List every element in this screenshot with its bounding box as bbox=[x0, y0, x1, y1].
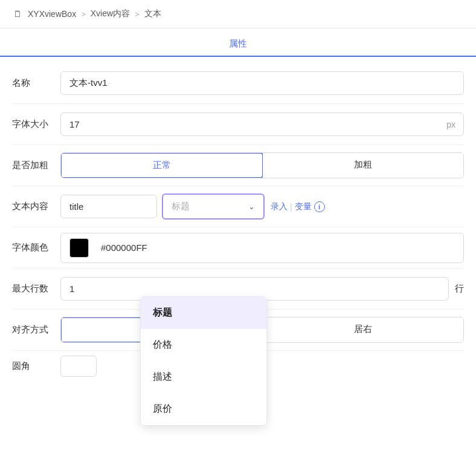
content-dropdown[interactable]: 标题 ⌄ bbox=[162, 194, 265, 220]
bold-option-bold[interactable]: 加粗 bbox=[263, 153, 463, 178]
maxlines-label: 最大行数 bbox=[12, 283, 60, 294]
color-wrapper[interactable]: #000000FF bbox=[60, 233, 464, 263]
info-icon[interactable]: i bbox=[314, 201, 325, 212]
dropdown-menu: 标题 价格 描述 原价 bbox=[140, 296, 267, 426]
dropdown-item-2[interactable]: 描述 bbox=[141, 361, 266, 393]
fontsize-label: 字体大小 bbox=[12, 119, 60, 130]
content-label: 文本内容 bbox=[12, 201, 60, 212]
align-right[interactable]: 居右 bbox=[263, 317, 463, 342]
file-icon: 🗒 bbox=[12, 8, 23, 19]
dropdown-item-0[interactable]: 标题 bbox=[141, 297, 266, 329]
dropdown-item-3[interactable]: 原价 bbox=[141, 393, 266, 425]
separator: | bbox=[290, 202, 292, 212]
name-control bbox=[60, 71, 464, 95]
color-value: #000000FF bbox=[101, 242, 147, 253]
variable-link[interactable]: 变量 bbox=[295, 201, 312, 212]
form-row-fontsize: 字体大小 px bbox=[12, 104, 464, 145]
bold-option-normal[interactable]: 正常 bbox=[60, 152, 263, 178]
dropdown-placeholder: 标题 bbox=[172, 201, 190, 212]
dropdown-item-1[interactable]: 价格 bbox=[141, 329, 266, 361]
breadcrumb-sep-1: > bbox=[81, 10, 86, 19]
record-link[interactable]: 录入 bbox=[271, 201, 288, 212]
fontsize-input[interactable] bbox=[60, 112, 464, 136]
fontsize-unit: px bbox=[446, 120, 455, 129]
color-control: #000000FF bbox=[60, 233, 464, 263]
color-swatch[interactable] bbox=[69, 238, 89, 258]
form-row-content: 文本内容 标题 ⌄ 录入 | 变量 i bbox=[12, 186, 464, 227]
form-row-name: 名称 bbox=[12, 63, 464, 104]
color-label: 字体颜色 bbox=[12, 242, 60, 253]
content-input[interactable] bbox=[60, 195, 157, 218]
radius-label: 圆角 bbox=[12, 360, 60, 372]
tab-bar: 属性 bbox=[0, 28, 476, 57]
breadcrumb-item-2[interactable]: Xview内容 bbox=[91, 8, 130, 19]
align-label: 对齐方式 bbox=[12, 324, 60, 336]
breadcrumb: 🗒 XYXviewBox > Xview内容 > 文本 bbox=[0, 0, 476, 28]
breadcrumb-item-1[interactable]: XYXviewBox bbox=[28, 9, 76, 19]
link-actions: 录入 | 变量 i bbox=[271, 201, 325, 212]
content-control: 标题 ⌄ 录入 | 变量 i bbox=[60, 194, 464, 220]
fontsize-control: px bbox=[60, 112, 464, 136]
name-label: 名称 bbox=[12, 77, 60, 89]
bold-toggle-group: 正常 加粗 bbox=[60, 152, 464, 178]
radius-input[interactable] bbox=[60, 356, 97, 377]
tab-properties[interactable]: 属性 bbox=[217, 34, 259, 56]
name-input[interactable] bbox=[60, 71, 464, 95]
maxlines-unit: 行 bbox=[455, 283, 464, 294]
bold-label: 是否加粗 bbox=[12, 160, 60, 171]
form-row-bold: 是否加粗 正常 加粗 bbox=[12, 145, 464, 186]
breadcrumb-item-3[interactable]: 文本 bbox=[144, 8, 161, 19]
form-row-color: 字体颜色 #000000FF bbox=[12, 227, 464, 268]
breadcrumb-sep-2: > bbox=[135, 10, 140, 19]
chevron-down-icon: ⌄ bbox=[248, 202, 255, 211]
bold-control: 正常 加粗 bbox=[60, 152, 464, 178]
